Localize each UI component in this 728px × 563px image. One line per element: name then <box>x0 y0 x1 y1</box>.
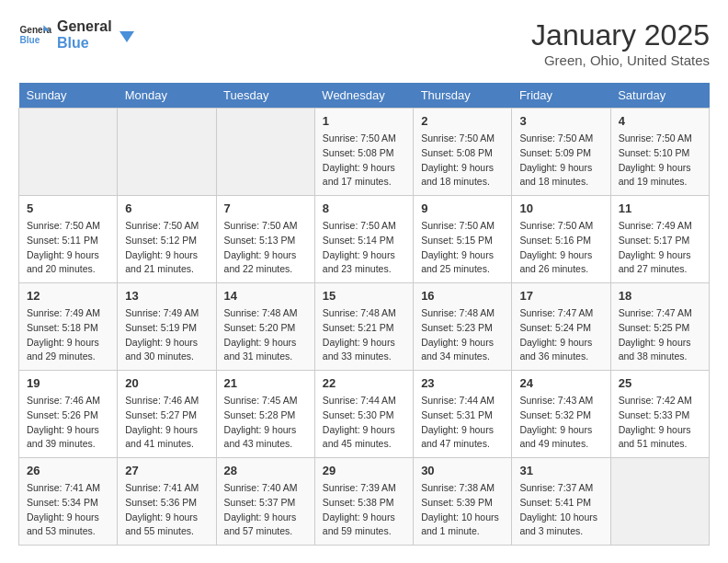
logo-general: General <box>57 18 112 35</box>
calendar-cell: 31Sunrise: 7:37 AM Sunset: 5:41 PM Dayli… <box>512 458 610 546</box>
calendar-cell: 28Sunrise: 7:40 AM Sunset: 5:37 PM Dayli… <box>216 458 314 546</box>
day-number: 16 <box>421 289 504 303</box>
day-info: Sunrise: 7:40 AM Sunset: 5:37 PM Dayligh… <box>224 481 307 539</box>
calendar-cell: 19Sunrise: 7:46 AM Sunset: 5:26 PM Dayli… <box>19 371 118 458</box>
day-number: 23 <box>421 376 504 390</box>
calendar-cell: 2Sunrise: 7:50 AM Sunset: 5:08 PM Daylig… <box>414 109 512 196</box>
weekday-header-saturday: Saturday <box>610 83 709 109</box>
day-number: 3 <box>519 114 602 128</box>
logo: General Blue General Blue <box>18 18 136 52</box>
day-info: Sunrise: 7:41 AM Sunset: 5:34 PM Dayligh… <box>27 481 109 539</box>
day-number: 2 <box>421 114 504 128</box>
day-number: 5 <box>27 201 109 215</box>
weekday-header-friday: Friday <box>512 83 610 109</box>
day-info: Sunrise: 7:49 AM Sunset: 5:19 PM Dayligh… <box>125 306 208 364</box>
day-info: Sunrise: 7:39 AM Sunset: 5:38 PM Dayligh… <box>323 481 405 539</box>
weekday-header-wednesday: Wednesday <box>314 83 413 109</box>
calendar-cell: 12Sunrise: 7:49 AM Sunset: 5:18 PM Dayli… <box>19 283 118 371</box>
day-number: 6 <box>125 201 208 215</box>
day-number: 7 <box>224 201 307 215</box>
calendar-cell <box>118 109 216 196</box>
day-number: 15 <box>323 289 405 303</box>
day-number: 10 <box>519 201 602 215</box>
calendar-cell: 4Sunrise: 7:50 AM Sunset: 5:10 PM Daylig… <box>610 109 709 196</box>
weekday-header-sunday: Sunday <box>19 83 118 109</box>
day-number: 22 <box>323 376 405 390</box>
day-number: 9 <box>421 201 504 215</box>
day-info: Sunrise: 7:50 AM Sunset: 5:14 PM Dayligh… <box>323 219 405 277</box>
day-info: Sunrise: 7:43 AM Sunset: 5:32 PM Dayligh… <box>519 394 602 452</box>
day-info: Sunrise: 7:42 AM Sunset: 5:33 PM Dayligh… <box>619 394 701 452</box>
weekday-header-tuesday: Tuesday <box>216 83 314 109</box>
calendar-cell <box>216 109 314 196</box>
location-subtitle: Green, Ohio, United States <box>531 52 710 68</box>
week-row-4: 19Sunrise: 7:46 AM Sunset: 5:26 PM Dayli… <box>19 371 710 458</box>
calendar-cell: 14Sunrise: 7:48 AM Sunset: 5:20 PM Dayli… <box>216 283 314 371</box>
calendar-cell <box>610 458 709 546</box>
calendar-cell: 15Sunrise: 7:48 AM Sunset: 5:21 PM Dayli… <box>314 283 413 371</box>
week-row-1: 1Sunrise: 7:50 AM Sunset: 5:08 PM Daylig… <box>19 109 710 196</box>
day-info: Sunrise: 7:47 AM Sunset: 5:24 PM Dayligh… <box>519 306 602 364</box>
day-info: Sunrise: 7:50 AM Sunset: 5:15 PM Dayligh… <box>421 219 504 277</box>
week-row-5: 26Sunrise: 7:41 AM Sunset: 5:34 PM Dayli… <box>19 458 710 546</box>
calendar-cell: 7Sunrise: 7:50 AM Sunset: 5:13 PM Daylig… <box>216 196 314 283</box>
weekday-header-thursday: Thursday <box>414 83 512 109</box>
day-number: 29 <box>323 464 405 477</box>
calendar-cell: 25Sunrise: 7:42 AM Sunset: 5:33 PM Dayli… <box>610 371 709 458</box>
day-info: Sunrise: 7:50 AM Sunset: 5:16 PM Dayligh… <box>519 219 602 277</box>
day-info: Sunrise: 7:46 AM Sunset: 5:26 PM Dayligh… <box>27 394 109 452</box>
day-info: Sunrise: 7:48 AM Sunset: 5:20 PM Dayligh… <box>224 306 307 364</box>
calendar-cell: 3Sunrise: 7:50 AM Sunset: 5:09 PM Daylig… <box>512 109 610 196</box>
calendar-cell: 16Sunrise: 7:48 AM Sunset: 5:23 PM Dayli… <box>414 283 512 371</box>
day-info: Sunrise: 7:50 AM Sunset: 5:08 PM Dayligh… <box>421 132 504 190</box>
calendar-cell: 6Sunrise: 7:50 AM Sunset: 5:12 PM Daylig… <box>118 196 216 283</box>
day-number: 11 <box>619 201 701 215</box>
calendar-cell: 24Sunrise: 7:43 AM Sunset: 5:32 PM Dayli… <box>512 371 610 458</box>
calendar-cell: 9Sunrise: 7:50 AM Sunset: 5:15 PM Daylig… <box>414 196 512 283</box>
day-number: 13 <box>125 289 208 303</box>
calendar-table: SundayMondayTuesdayWednesdayThursdayFrid… <box>18 83 710 546</box>
weekday-header-monday: Monday <box>118 83 216 109</box>
day-number: 14 <box>224 289 307 303</box>
day-info: Sunrise: 7:49 AM Sunset: 5:17 PM Dayligh… <box>619 219 701 277</box>
calendar-cell: 10Sunrise: 7:50 AM Sunset: 5:16 PM Dayli… <box>512 196 610 283</box>
day-info: Sunrise: 7:44 AM Sunset: 5:30 PM Dayligh… <box>323 394 405 452</box>
calendar-cell: 17Sunrise: 7:47 AM Sunset: 5:24 PM Dayli… <box>512 283 610 371</box>
calendar-cell: 18Sunrise: 7:47 AM Sunset: 5:25 PM Dayli… <box>610 283 709 371</box>
calendar-cell: 20Sunrise: 7:46 AM Sunset: 5:27 PM Dayli… <box>118 371 216 458</box>
day-info: Sunrise: 7:46 AM Sunset: 5:27 PM Dayligh… <box>125 394 208 452</box>
day-number: 25 <box>619 376 701 390</box>
day-info: Sunrise: 7:38 AM Sunset: 5:39 PM Dayligh… <box>421 481 504 539</box>
day-number: 18 <box>619 289 701 303</box>
day-info: Sunrise: 7:49 AM Sunset: 5:18 PM Dayligh… <box>27 306 109 364</box>
day-info: Sunrise: 7:50 AM Sunset: 5:11 PM Dayligh… <box>27 219 109 277</box>
svg-text:Blue: Blue <box>19 35 40 45</box>
day-number: 1 <box>323 114 405 128</box>
day-number: 31 <box>519 464 602 477</box>
day-number: 8 <box>323 201 405 215</box>
logo-icon: General Blue <box>18 18 51 52</box>
day-number: 30 <box>421 464 504 477</box>
day-info: Sunrise: 7:48 AM Sunset: 5:23 PM Dayligh… <box>421 306 504 364</box>
calendar-cell: 11Sunrise: 7:49 AM Sunset: 5:17 PM Dayli… <box>610 196 709 283</box>
day-number: 20 <box>125 376 208 390</box>
day-info: Sunrise: 7:44 AM Sunset: 5:31 PM Dayligh… <box>421 394 504 452</box>
day-number: 27 <box>125 464 208 477</box>
calendar-cell: 21Sunrise: 7:45 AM Sunset: 5:28 PM Dayli… <box>216 371 314 458</box>
day-info: Sunrise: 7:50 AM Sunset: 5:13 PM Dayligh… <box>224 219 307 277</box>
month-title: January 2025 <box>531 18 710 52</box>
day-info: Sunrise: 7:37 AM Sunset: 5:41 PM Dayligh… <box>519 481 602 539</box>
day-info: Sunrise: 7:48 AM Sunset: 5:21 PM Dayligh… <box>323 306 405 364</box>
calendar-cell: 23Sunrise: 7:44 AM Sunset: 5:31 PM Dayli… <box>414 371 512 458</box>
header: General Blue General Blue January 2025 G… <box>18 18 710 68</box>
calendar-cell: 5Sunrise: 7:50 AM Sunset: 5:11 PM Daylig… <box>19 196 118 283</box>
calendar-cell: 13Sunrise: 7:49 AM Sunset: 5:19 PM Dayli… <box>118 283 216 371</box>
calendar-cell: 1Sunrise: 7:50 AM Sunset: 5:08 PM Daylig… <box>314 109 413 196</box>
week-row-2: 5Sunrise: 7:50 AM Sunset: 5:11 PM Daylig… <box>19 196 710 283</box>
calendar-cell: 29Sunrise: 7:39 AM Sunset: 5:38 PM Dayli… <box>314 458 413 546</box>
day-number: 21 <box>224 376 307 390</box>
day-info: Sunrise: 7:50 AM Sunset: 5:08 PM Dayligh… <box>323 132 405 190</box>
day-number: 26 <box>27 464 109 477</box>
title-area: January 2025 Green, Ohio, United States <box>531 18 710 68</box>
calendar-cell: 8Sunrise: 7:50 AM Sunset: 5:14 PM Daylig… <box>314 196 413 283</box>
